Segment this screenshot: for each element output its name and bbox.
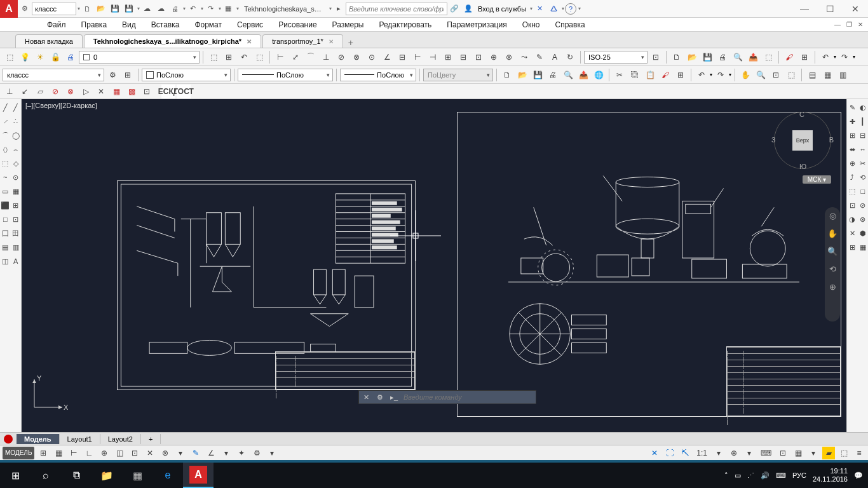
array-icon[interactable]: ⊞ — [847, 128, 858, 142]
layout-model[interactable]: Модель — [17, 434, 60, 444]
redo-icon[interactable]: ↷ — [204, 3, 217, 15]
chamfer-icon[interactable]: □ — [858, 184, 869, 198]
scale-label[interactable]: 1:1 — [694, 447, 710, 459]
exchange-icon[interactable]: ✕ — [533, 3, 546, 15]
menu-draw[interactable]: Рисование — [271, 20, 324, 29]
std-3ddwf-icon[interactable]: ⬚ — [761, 50, 775, 64]
insert-tool-icon[interactable]: ⊡ — [11, 212, 22, 226]
fillet-icon[interactable]: ⊡ — [847, 198, 858, 212]
tab-close-icon[interactable]: ✕ — [329, 38, 334, 45]
std2-web-icon[interactable]: 🌐 — [592, 68, 606, 82]
menu-edit[interactable]: Правка — [74, 20, 115, 29]
menu-parametric[interactable]: Параметризация — [439, 20, 514, 29]
tab-new[interactable]: Новая вкладка — [15, 34, 83, 48]
tab-tekhnologicheskaya[interactable]: Tekhnologicheskaya_s...ilikatnogo_kirpic… — [84, 34, 261, 48]
nav-bar[interactable]: ◎ ✋ 🔍 ⟲ ⊕ — [825, 207, 840, 322]
mpoint-tool-icon[interactable]: ∴ — [11, 114, 22, 128]
mdi-restore-icon[interactable]: ❐ — [844, 20, 854, 30]
signin-label[interactable]: Вход в службы — [475, 5, 529, 13]
sb-r6-icon[interactable]: ▾ — [743, 447, 756, 459]
sheet-icon[interactable]: ▦ — [820, 68, 834, 82]
layer-combo[interactable]: 0 — [79, 51, 200, 64]
mod19-icon[interactable]: ✕ — [847, 226, 858, 240]
mod21-icon[interactable]: ⊞ — [847, 240, 858, 254]
std2-new-icon[interactable]: 🗋 — [500, 68, 514, 82]
sb-ortho-icon[interactable]: ⊢ — [67, 447, 80, 459]
viewcube-west[interactable]: З — [771, 136, 776, 144]
tray-notifications-icon[interactable]: 💬 — [854, 471, 863, 480]
rotate-icon[interactable]: ⬌ — [847, 142, 858, 156]
dim-angular-icon[interactable]: ∠ — [380, 50, 394, 64]
sb-sc-icon[interactable]: ✦ — [235, 447, 248, 459]
dim-space-icon[interactable]: ⊞ — [441, 50, 455, 64]
xline-tool-icon[interactable]: ╱ — [11, 100, 22, 114]
sb-otrack-icon[interactable]: ✕ — [144, 447, 156, 459]
zoom-ext-icon[interactable]: ⊡ — [769, 68, 783, 82]
sb-r5-icon[interactable]: ⊕ — [728, 447, 740, 459]
std-print-icon[interactable]: 🖨 — [715, 50, 729, 64]
mdi-close-icon[interactable]: ✕ — [855, 20, 865, 30]
layer-plot-icon[interactable]: 🖨 — [64, 50, 78, 64]
lineweight-combo[interactable]: ПоСлою — [340, 69, 416, 81]
region-tool-icon[interactable]: ⊞ — [11, 198, 22, 212]
sb-r1-icon[interactable]: ✕ — [648, 447, 661, 459]
cut-icon[interactable]: ✂ — [613, 68, 627, 82]
viewcube-north[interactable]: С — [799, 111, 804, 118]
mod17-icon[interactable]: ◑ — [847, 212, 858, 226]
mod22-icon[interactable]: ▦ — [858, 240, 869, 254]
g9-icon[interactable]: ▩ — [125, 85, 139, 98]
sb-tpy-icon[interactable]: ∠ — [205, 447, 217, 459]
dim-edit-icon[interactable]: ✎ — [532, 50, 546, 64]
nav-show-icon[interactable]: ⊕ — [827, 282, 838, 294]
tray-wifi-icon[interactable]: ⋰ — [747, 471, 754, 480]
props-icon[interactable]: ▤ — [805, 68, 819, 82]
std-save-icon[interactable]: 💾 — [700, 50, 714, 64]
layer-walk-icon[interactable]: ⬚ — [252, 50, 266, 64]
tolerance-icon[interactable]: ⊡ — [471, 50, 485, 64]
redo3-icon[interactable]: ↷ — [714, 68, 728, 82]
sb-grid-icon[interactable]: ⊞ — [37, 447, 50, 459]
layer-states-icon[interactable]: ⬚ — [207, 50, 220, 64]
start-button[interactable]: ⊞ — [0, 463, 31, 488]
nav-orbit-icon[interactable]: ⟲ — [827, 264, 838, 276]
table-tool-icon[interactable]: □ — [0, 212, 11, 226]
pan-icon[interactable]: ✋ — [738, 68, 752, 82]
copy-icon[interactable]: ⿻ — [628, 68, 642, 82]
trim-icon[interactable]: ✂ — [858, 156, 869, 170]
app-logo-icon[interactable]: A — [0, 0, 18, 18]
copy2-icon[interactable]: ◐ — [858, 100, 869, 114]
jog-linear-icon[interactable]: ⤳ — [517, 50, 531, 64]
taskbar-clock[interactable]: 19:11 24.11.2016 — [813, 467, 848, 484]
sb-r4-icon[interactable]: ▾ — [712, 447, 725, 459]
viewcube[interactable]: Верх С Ю В З — [774, 112, 831, 169]
open-icon[interactable]: 📂 — [95, 3, 107, 15]
dim-linear-icon[interactable]: ⊢ — [273, 50, 287, 64]
tab-close-icon[interactable]: ✕ — [247, 38, 252, 45]
search-icon[interactable]: ▸ — [332, 3, 345, 15]
tray-input-icon[interactable]: ⌨ — [776, 471, 786, 480]
mirror-icon[interactable]: ✚ — [847, 114, 858, 128]
line-tool-icon[interactable]: ╱ — [0, 100, 11, 114]
save-icon[interactable]: 💾 — [109, 3, 121, 15]
sb-more-icon[interactable]: ▾ — [266, 447, 278, 459]
sb-ducs-icon[interactable]: ⊗ — [159, 447, 172, 459]
move-icon[interactable]: ⊟ — [858, 128, 869, 142]
mck-badge[interactable]: МСК ▾ — [803, 175, 831, 184]
std2-print-icon[interactable]: 🖨 — [546, 68, 560, 82]
dim-radius-icon[interactable]: ⊘ — [334, 50, 348, 64]
textstyle-combo[interactable]: классс — [3, 69, 104, 81]
edge-icon[interactable]: e — [153, 463, 183, 488]
layer-prev-icon[interactable]: ↶ — [237, 50, 251, 64]
menu-modify[interactable]: Редактировать — [371, 20, 439, 29]
offset-icon[interactable]: ┃ — [858, 114, 869, 128]
std-publish-icon[interactable]: 📤 — [746, 50, 760, 64]
gost-button[interactable]: ГОСТ — [177, 85, 191, 98]
hatch-tool-icon[interactable]: ▦ — [11, 184, 22, 198]
search-input[interactable] — [346, 3, 447, 15]
layout-2[interactable]: Layout2 — [100, 434, 141, 444]
workspace-dropdown[interactable]: классс — [32, 3, 76, 15]
signin-icon[interactable]: 👤 — [462, 3, 475, 15]
g4-icon[interactable]: ⊘ — [48, 85, 62, 98]
undo-icon[interactable]: ↶ — [186, 3, 199, 15]
match-icon[interactable]: 🖌 — [782, 50, 796, 64]
